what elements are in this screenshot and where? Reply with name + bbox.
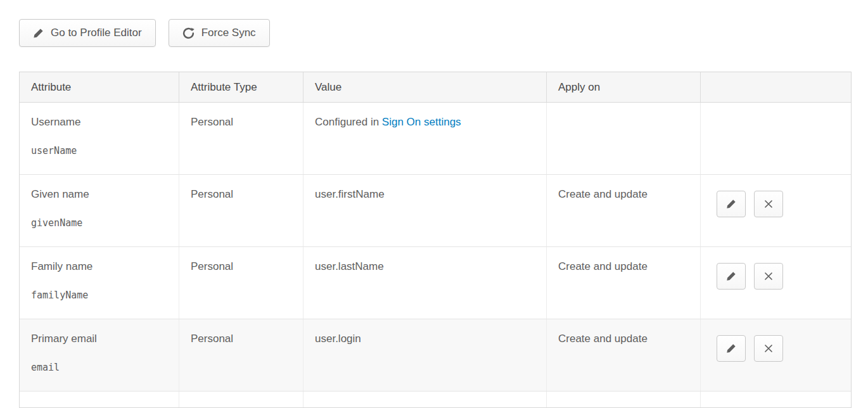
edit-mapping-button[interactable] <box>717 263 746 290</box>
attribute-label: Username <box>31 116 80 128</box>
x-icon <box>764 200 773 208</box>
attribute-variable-name: email <box>31 362 169 373</box>
table-row-username: Username userName Personal Configured in… <box>20 103 851 175</box>
toolbar: Go to Profile Editor Force Sync <box>19 19 852 47</box>
header-value: Value <box>303 72 547 102</box>
go-to-profile-editor-label: Go to Profile Editor <box>51 27 142 39</box>
apply-on-cell <box>547 103 701 174</box>
edit-mapping-button[interactable] <box>717 191 746 217</box>
table-row-family-name: Family name familyName Personal user.las… <box>20 247 851 319</box>
attribute-label: Given name <box>31 188 89 200</box>
attribute-cell: Given name givenName <box>20 175 179 246</box>
value-text: Configured in <box>315 116 382 128</box>
attribute-type-cell: Personal <box>179 319 303 391</box>
actions-cell <box>701 175 851 246</box>
apply-on-cell: Create and update <box>547 319 701 391</box>
force-sync-button[interactable]: Force Sync <box>169 19 270 47</box>
header-apply-on: Apply on <box>547 72 701 102</box>
value-cell: user.firstName <box>303 175 547 246</box>
delete-mapping-button[interactable] <box>754 263 783 290</box>
apply-on-cell: Create and update <box>547 175 701 246</box>
table-row-primary-email: Primary email email Personal user.login … <box>20 319 851 392</box>
table-header-row: Attribute Attribute Type Value Apply on <box>20 72 851 103</box>
apply-on-cell: Create and update <box>547 247 701 319</box>
actions-cell <box>701 247 851 319</box>
go-to-profile-editor-button[interactable]: Go to Profile Editor <box>19 19 156 47</box>
attribute-variable-name: userName <box>31 145 169 156</box>
value-cell: Configured in Sign On settings <box>303 103 547 174</box>
attribute-mappings-page: Go to Profile Editor Force Sync Attribut… <box>0 0 868 408</box>
table-row-partial <box>20 392 851 408</box>
table-row-given-name: Given name givenName Personal user.first… <box>20 175 851 247</box>
x-icon <box>764 344 773 353</box>
attribute-variable-name: givenName <box>31 217 169 229</box>
sign-on-settings-link[interactable]: Sign On settings <box>382 116 461 128</box>
force-sync-label: Force Sync <box>201 27 256 39</box>
edit-mapping-button[interactable] <box>717 335 746 362</box>
pencil-icon <box>726 271 736 281</box>
delete-mapping-button[interactable] <box>754 335 783 362</box>
actions-cell <box>701 319 851 391</box>
attribute-variable-name: familyName <box>31 290 169 301</box>
pencil-icon <box>726 343 736 354</box>
attribute-type-cell: Personal <box>179 103 303 174</box>
header-attribute: Attribute <box>20 72 179 102</box>
attribute-mapping-table: Attribute Attribute Type Value Apply on … <box>19 72 852 408</box>
attribute-type-cell: Personal <box>179 175 303 246</box>
attribute-type-cell: Personal <box>179 247 303 319</box>
pencil-icon <box>726 199 736 209</box>
refresh-icon <box>182 27 195 39</box>
value-cell: user.login <box>303 319 547 391</box>
attribute-label: Family name <box>31 260 93 272</box>
header-actions <box>701 72 851 102</box>
attribute-cell: Family name familyName <box>20 247 179 319</box>
actions-cell <box>701 103 851 174</box>
x-icon <box>764 272 773 281</box>
header-attribute-type: Attribute Type <box>179 72 303 102</box>
value-cell: user.lastName <box>303 247 547 319</box>
attribute-cell: Primary email email <box>20 319 179 391</box>
delete-mapping-button[interactable] <box>754 191 783 217</box>
attribute-cell: Username userName <box>20 103 179 174</box>
attribute-label: Primary email <box>31 333 97 345</box>
pencil-icon <box>33 28 44 39</box>
